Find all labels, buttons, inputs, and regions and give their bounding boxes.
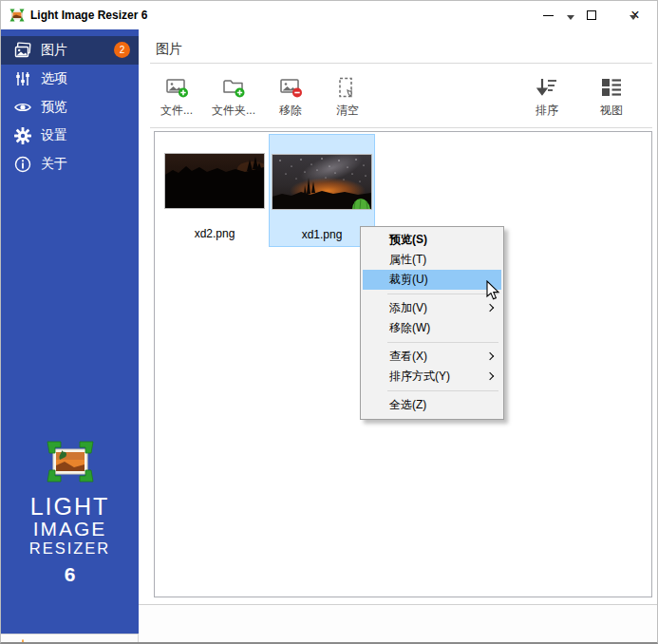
- submenu-arrow-icon: [486, 372, 494, 380]
- submenu-arrow-icon: [486, 352, 494, 360]
- header-divider: [150, 63, 652, 64]
- toolbar-button-label: 文件夹...: [212, 103, 255, 119]
- app-logo-block: LIGHT IMAGE RESIZER 6: [1, 440, 139, 586]
- lightbulb-icon: [9, 638, 37, 644]
- toolbar-button-label: 文件...: [160, 103, 193, 119]
- toolbar-button-label: 视图: [600, 103, 623, 119]
- menu-item-crop[interactable]: 裁剪(U): [363, 270, 501, 290]
- sidebar-item-preview[interactable]: 预览: [1, 93, 139, 122]
- toolbar-button-label: 排序: [536, 103, 558, 119]
- toolbar-button-label: 清空: [336, 103, 359, 119]
- submenu-arrow-icon: [486, 304, 494, 312]
- logo-text-image: IMAGE: [1, 519, 139, 540]
- add-files-button[interactable]: 文件...: [154, 75, 199, 119]
- file-tile-xd2[interactable]: xd2.png: [161, 134, 268, 247]
- sidebar: 图片 2 选项 预览: [1, 29, 139, 644]
- menu-separator: [387, 390, 498, 391]
- menu-separator: [387, 294, 498, 294]
- clear-button[interactable]: 清空: [325, 75, 370, 119]
- menu-item-remove[interactable]: 移除(W): [363, 318, 501, 338]
- view-button[interactable]: 视图: [587, 75, 636, 119]
- app-logo-image: [46, 440, 95, 483]
- app-logo-icon: [9, 8, 25, 23]
- sidebar-item-images[interactable]: 图片 2: [1, 36, 139, 65]
- maximize-icon: [587, 10, 596, 20]
- obviousidea-brand[interactable]: Obviousidea!: [1, 634, 139, 644]
- sort-icon: [535, 75, 559, 100]
- maximize-button[interactable]: [570, 1, 613, 29]
- window-title: Light Image Resizer 6: [30, 9, 147, 22]
- gear-icon: [13, 126, 32, 145]
- photos-icon: [13, 41, 32, 60]
- sliders-icon: [13, 69, 32, 88]
- add-image-file-icon: [164, 75, 189, 100]
- image-count-badge: 2: [114, 42, 130, 58]
- thumbnail-xd1: [272, 154, 372, 210]
- menu-item-view[interactable]: 查看(X): [363, 347, 501, 367]
- thumbnail-xd2: [164, 153, 265, 209]
- toolbar-divider: [150, 127, 652, 128]
- remove-button[interactable]: 移除: [268, 75, 313, 119]
- view-dropdown-caret[interactable]: [630, 15, 637, 20]
- mouse-cursor: [486, 280, 501, 301]
- menu-item-label: 查看(X): [389, 350, 427, 363]
- menu-separator: [387, 342, 498, 343]
- sidebar-item-label: 关于: [41, 156, 67, 173]
- menu-item-properties[interactable]: 属性(T): [363, 250, 501, 270]
- sort-dropdown-caret[interactable]: [567, 15, 574, 20]
- view-icon: [599, 75, 624, 100]
- toolbar-button-label: 移除: [279, 103, 302, 119]
- logo-text-version: 6: [1, 563, 139, 586]
- sidebar-item-label: 选项: [41, 70, 67, 87]
- sidebar-item-label: 设置: [41, 127, 67, 144]
- clear-list-icon: [335, 75, 360, 100]
- menu-item-add[interactable]: 添加(V): [363, 298, 501, 318]
- sidebar-item-options[interactable]: 选项: [1, 65, 139, 93]
- context-menu: 预览(S) 属性(T) 裁剪(U) 添加(V) 移除(W) 查看(X) 排序方式…: [360, 226, 504, 420]
- app-window: Light Image Resizer 6 × 图片 2: [0, 0, 658, 644]
- minimize-button[interactable]: [526, 1, 570, 29]
- sidebar-item-settings[interactable]: 设置: [1, 122, 139, 150]
- file-name: xd1.png: [302, 228, 343, 241]
- toolbar-left: 文件... 文件夹... 移除 清空: [154, 75, 370, 119]
- menu-item-select-all[interactable]: 全选(Z): [363, 395, 501, 415]
- add-folder-icon: [221, 75, 246, 100]
- minimize-icon: [543, 15, 554, 16]
- footer-bar: 下一步 >: [139, 605, 658, 643]
- sidebar-item-about[interactable]: 关于: [1, 150, 139, 179]
- info-icon: [13, 155, 32, 174]
- menu-item-sort-by[interactable]: 排序方式(Y): [363, 367, 501, 387]
- menu-item-label: 排序方式(Y): [389, 369, 450, 383]
- sidebar-item-label: 预览: [41, 99, 67, 116]
- page-title: 图片: [156, 41, 182, 58]
- titlebar: Light Image Resizer 6 ×: [1, 1, 657, 29]
- add-folder-button[interactable]: 文件夹...: [211, 75, 256, 119]
- menu-item-label: 添加(V): [389, 301, 427, 314]
- logo-text-resizer: RESIZER: [1, 540, 139, 558]
- remove-image-icon: [278, 75, 303, 100]
- logo-text-light: LIGHT: [1, 495, 139, 519]
- window-controls: ×: [526, 1, 657, 29]
- eye-icon: [13, 98, 32, 117]
- sort-button[interactable]: 排序: [522, 75, 572, 119]
- sidebar-item-label: 图片: [41, 42, 67, 59]
- file-name: xd2.png: [195, 227, 235, 240]
- menu-item-preview[interactable]: 预览(S): [363, 230, 501, 250]
